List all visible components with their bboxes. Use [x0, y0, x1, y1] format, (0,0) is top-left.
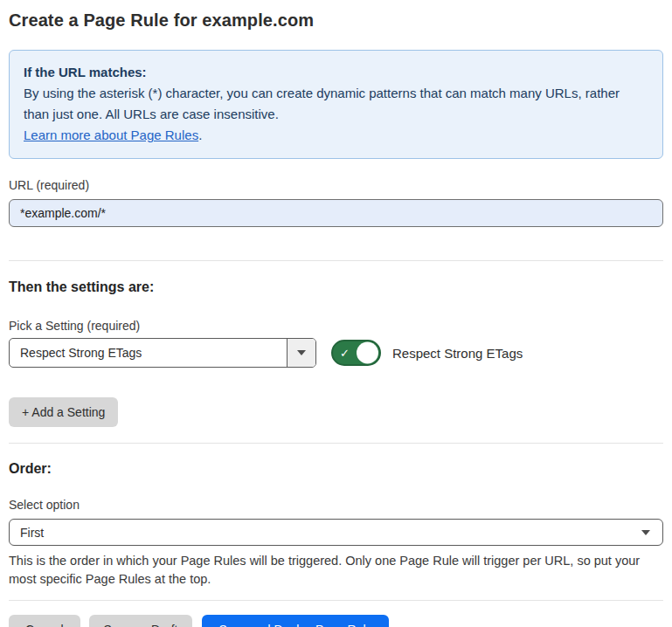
footer-divider	[9, 600, 663, 601]
chevron-down-icon	[297, 350, 306, 355]
setting-select-arrow-box[interactable]	[287, 339, 315, 367]
setting-select[interactable]: Respect Strong ETags	[9, 338, 316, 368]
respect-strong-etags-toggle[interactable]: ✓	[331, 340, 381, 366]
info-box-body: By using the asterisk (*) character, you…	[24, 83, 648, 125]
setting-toggle-wrap: ✓ Respect Strong ETags	[331, 340, 523, 366]
order-select[interactable]: First	[9, 519, 663, 546]
url-input[interactable]	[9, 199, 663, 227]
setting-select-value: Respect Strong ETags	[10, 339, 287, 367]
info-box-heading: If the URL matches:	[24, 62, 648, 83]
toggle-label: Respect Strong ETags	[392, 346, 523, 361]
footer-actions: Cancel Save as Draft Save and Deploy Pag…	[9, 615, 663, 627]
save-as-draft-button[interactable]: Save as Draft	[89, 615, 193, 627]
pick-setting-label: Pick a Setting (required)	[9, 319, 663, 333]
section-divider	[9, 443, 663, 444]
info-box-link-line: Learn more about Page Rules.	[24, 125, 648, 146]
url-field-label: URL (required)	[9, 178, 663, 192]
create-page-rule-form: Create a Page Rule for example.com If th…	[0, 0, 672, 627]
settings-section-heading: Then the settings are:	[9, 279, 663, 295]
save-and-deploy-button[interactable]: Save and Deploy Page Rule	[202, 615, 389, 627]
check-icon: ✓	[340, 348, 350, 359]
order-section-heading: Order:	[9, 461, 663, 477]
cancel-button[interactable]: Cancel	[9, 615, 80, 627]
page-title: Create a Page Rule for example.com	[9, 10, 663, 31]
section-divider	[9, 260, 663, 261]
order-help-text: This is the order in which your Page Rul…	[9, 552, 663, 589]
link-period: .	[198, 127, 202, 142]
setting-row: Respect Strong ETags ✓ Respect Strong ET…	[9, 338, 663, 368]
url-match-info-box: If the URL matches: By using the asteris…	[9, 50, 663, 159]
add-setting-button[interactable]: + Add a Setting	[9, 397, 118, 427]
order-select-label: Select option	[9, 498, 663, 512]
learn-more-link[interactable]: Learn more about Page Rules	[24, 127, 198, 142]
chevron-down-icon	[641, 530, 650, 535]
toggle-knob	[357, 342, 378, 364]
order-select-value: First	[20, 526, 44, 540]
